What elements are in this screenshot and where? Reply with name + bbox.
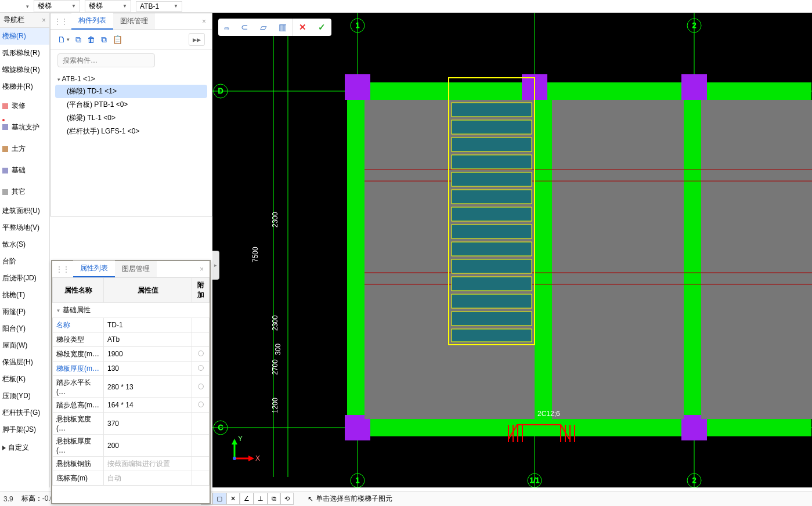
svg-text:2: 2 [692, 21, 696, 30]
paste-icon[interactable]: 📋 [113, 35, 122, 44]
top-selector-bar: ▾ 楼梯▼ 楼梯▼ ATB-1▼ [0, 0, 812, 13]
status-hint: ↖ 单击选择当前楼梯子图元 [308, 494, 392, 504]
nav-item[interactable]: 阳台(Y) [0, 320, 49, 337]
nav-item-arc[interactable]: 弧形梯段(R) [0, 45, 49, 62]
copy-icon[interactable]: ⧉ [75, 35, 81, 45]
snap-tool-icon[interactable]: ⊥ [254, 493, 268, 505]
confirm-icon[interactable]: ✓ [312, 19, 331, 36]
tool-2-icon[interactable]: ⊂ [235, 19, 254, 36]
tool-3-icon[interactable]: ▱ [254, 19, 273, 36]
svg-rect-26 [345, 74, 370, 100]
nav-item[interactable]: 屋面(W) [0, 337, 49, 354]
delete-icon[interactable]: 🗑 [87, 35, 95, 44]
tree-item-tl1[interactable]: (梯梁) TL-1 <0> [55, 111, 207, 125]
svg-rect-47 [452, 242, 532, 256]
nav-item[interactable]: 平整场地(V) [0, 219, 49, 236]
prop-label: 梯段类型 [53, 332, 104, 347]
col-name: 属性名称 [53, 278, 104, 303]
cancel-icon[interactable]: ✕ [293, 19, 312, 36]
snap-tool-icon[interactable]: ⟲ [280, 493, 294, 505]
extra-toggle[interactable] [198, 365, 204, 371]
snap-tool-icon[interactable]: ✕ [226, 493, 240, 505]
prop-label: 悬挑板厚度(… [53, 435, 104, 457]
duplicate-icon[interactable]: ⧉ [101, 35, 107, 45]
nav-item-stair[interactable]: 楼梯(R) [0, 28, 49, 45]
extra-toggle[interactable] [198, 350, 204, 356]
tree-item-lgfs1[interactable]: (栏杆扶手) LGFS-1 <0> [55, 125, 207, 138]
extra-toggle[interactable] [198, 384, 204, 389]
snap-tool-icon[interactable]: ∠ [240, 493, 254, 505]
svg-rect-32 [552, 100, 684, 419]
nav-item[interactable]: 栏板(K) [0, 371, 49, 388]
tool-1-icon[interactable]: ⏛ [218, 19, 235, 36]
nav-item[interactable]: 脚手架(JS) [0, 421, 49, 438]
nav-item[interactable]: 散水(S) [0, 236, 49, 253]
nav-item[interactable]: 保温层(H) [0, 354, 49, 371]
prop-group[interactable]: ▼基础属性 [53, 303, 210, 318]
prop-value-input[interactable] [104, 381, 192, 393]
canvas-toolbar: ⏛ ⊂ ▱ ▥ ✕ ✓ [218, 19, 331, 36]
nav-group-other[interactable]: 其它 [0, 181, 49, 203]
prop-value-input[interactable] [104, 348, 192, 360]
svg-rect-23 [347, 82, 365, 436]
prop-value-input[interactable] [104, 319, 192, 331]
svg-rect-52 [452, 329, 532, 342]
prop-value-input[interactable] [104, 440, 192, 451]
nav-item[interactable]: 建筑面积(U) [0, 203, 49, 219]
tab-layers[interactable]: 图层管理 [115, 261, 157, 277]
nav-item-well[interactable]: 楼梯井(R) [0, 78, 49, 95]
tab-drawings[interactable]: 图纸管理 [113, 13, 155, 29]
top-select-1[interactable]: 楼梯▼ [34, 0, 80, 12]
drag-handle-icon[interactable]: ⋮⋮ [50, 17, 71, 26]
expand-handle[interactable]: ▸ [212, 251, 219, 280]
prop-value-input[interactable] [104, 472, 192, 484]
svg-rect-50 [452, 294, 532, 308]
nav-item[interactable]: 挑檐(T) [0, 287, 49, 303]
tree-item-ptb1[interactable]: (平台板) PTB-1 <0> [55, 98, 207, 111]
more-icon[interactable]: ▸▸ [189, 33, 205, 46]
prop-value-input[interactable] [104, 399, 192, 411]
nav-item[interactable]: 后浇带(JD) [0, 270, 49, 287]
new-icon[interactable]: 🗋 [57, 35, 66, 44]
close-icon[interactable]: × [196, 17, 212, 26]
prop-value-input[interactable] [104, 458, 192, 469]
close-icon[interactable]: × [194, 265, 210, 273]
top-select-3[interactable]: ATB-1▼ [136, 1, 182, 12]
tab-props[interactable]: 属性列表 [73, 261, 115, 277]
nav-group-decoration[interactable]: 装修 [0, 95, 49, 117]
nav-custom[interactable]: 自定义 [0, 438, 49, 457]
top-select-2[interactable]: 楼梯▼ [85, 0, 131, 12]
nav-group-pit[interactable]: 基坑支护 [0, 117, 49, 138]
nav-item-spiral[interactable]: 螺旋梯段(R) [0, 62, 49, 78]
prop-value-input[interactable] [104, 334, 192, 345]
prop-value-input[interactable] [104, 363, 192, 374]
prop-value-input[interactable] [104, 418, 192, 429]
svg-text:1200: 1200 [271, 397, 279, 413]
close-icon[interactable]: × [42, 16, 46, 24]
nav-item[interactable]: 压顶(YD) [0, 388, 49, 404]
status-tools: ⌐ ▢ ✕ ∠ ⊥ ⧉ ⟲ [201, 493, 294, 505]
nav-item[interactable]: 雨篷(P) [0, 303, 49, 320]
svg-text:1/1: 1/1 [530, 476, 540, 485]
svg-rect-51 [452, 312, 532, 326]
snap-tool-icon[interactable]: ▢ [212, 493, 226, 505]
extra-toggle[interactable] [198, 402, 204, 407]
prop-label: 梯板厚度(m… [53, 362, 104, 376]
search-input[interactable] [57, 53, 155, 67]
snap-tool-icon[interactable]: ⧉ [268, 493, 280, 505]
svg-text:2300: 2300 [271, 315, 279, 331]
tool-4-icon[interactable]: ▥ [273, 19, 293, 36]
svg-rect-42 [452, 155, 532, 169]
tab-components[interactable]: 构件列表 [71, 13, 113, 30]
svg-rect-43 [452, 172, 532, 186]
tree-root[interactable]: ATB-1 <1> [55, 73, 207, 85]
property-table: 属性名称 属性值 附加 ▼基础属性 名称梯段类型梯段宽度(m…梯板厚度(m…踏步… [52, 277, 210, 486]
nav-item[interactable]: 台阶 [0, 253, 49, 270]
drag-handle-icon[interactable]: ⋮⋮ [52, 265, 73, 273]
nav-group-foundation[interactable]: 基础 [0, 160, 49, 181]
prop-label: 底标高(m) [53, 471, 104, 486]
nav-group-earth[interactable]: 土方 [0, 138, 49, 160]
nav-item[interactable]: 栏杆扶手(G) [0, 404, 49, 421]
tree-item-td1[interactable]: (梯段) TD-1 <1> [55, 85, 207, 98]
plan-svg[interactable]: 1 2 D C 1 1/1 2 [212, 13, 812, 487]
